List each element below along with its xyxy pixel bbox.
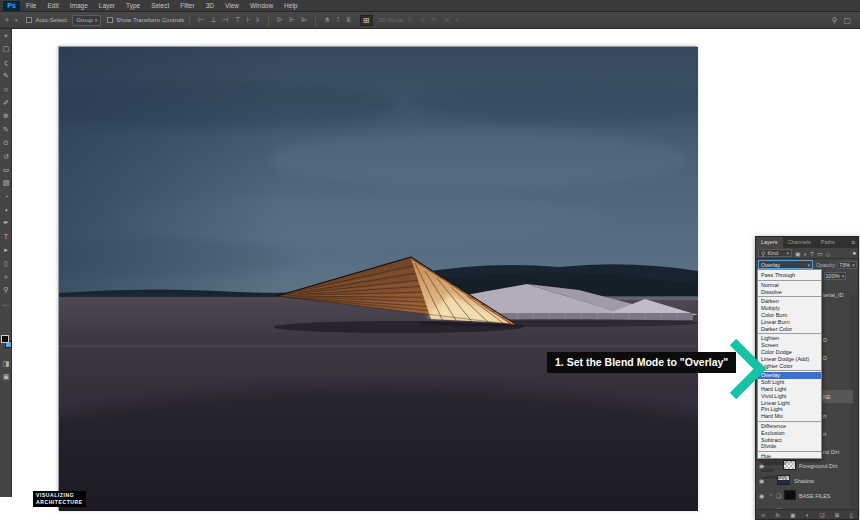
screen-mode-icon[interactable]: ▣ bbox=[0, 370, 12, 383]
quick-select-tool-icon[interactable]: ✎ bbox=[0, 69, 12, 82]
blend-mode-option-darken[interactable]: Darken bbox=[758, 298, 821, 305]
type-filter-icon[interactable]: T bbox=[810, 251, 814, 257]
blend-mode-option-color[interactable]: Color bbox=[758, 467, 821, 474]
menu-image[interactable]: Image bbox=[70, 2, 88, 9]
blend-mode-option-saturation[interactable]: Saturation bbox=[758, 460, 821, 467]
search-icon[interactable]: ⚲ bbox=[832, 16, 838, 25]
blend-mode-option-subtract[interactable]: Subtract bbox=[758, 437, 821, 444]
layer-row-base-files[interactable]: ◉ › ❏ BASE FILES bbox=[756, 488, 858, 503]
tab-layers[interactable]: Layers bbox=[756, 237, 783, 248]
expand-arrow-icon[interactable]: › bbox=[770, 491, 772, 497]
distribute-icon-icon[interactable]: ⊩ bbox=[289, 16, 295, 23]
grid-toggle-icon[interactable]: ⊞ bbox=[360, 15, 373, 26]
align-icon-icon[interactable]: ⊤ bbox=[234, 16, 240, 23]
blend-mode-option-linear-light[interactable]: Linear Light bbox=[758, 400, 821, 407]
eyedropper-tool-icon[interactable]: ✐ bbox=[0, 96, 12, 109]
menu-view[interactable]: View bbox=[225, 2, 239, 9]
show-transform-checkbox[interactable] bbox=[107, 17, 113, 23]
blend-mode-option-linear-burn[interactable]: Linear Burn bbox=[758, 319, 821, 326]
kind-filter-dropdown[interactable]: ⚲ Kind ▾ bbox=[758, 249, 792, 257]
lasso-tool-icon[interactable]: ς bbox=[0, 56, 12, 69]
menu-3d[interactable]: 3D bbox=[206, 2, 214, 9]
layer-mask-icon[interactable]: ▣ bbox=[790, 512, 795, 518]
zoom-tool-icon[interactable]: ⚲ bbox=[0, 283, 12, 296]
distribute-icon-icon[interactable]: ⊫ bbox=[301, 16, 307, 23]
opacity-field[interactable]: 73% ▾ bbox=[837, 261, 857, 269]
align-icon-icon[interactable]: ⊢ bbox=[198, 16, 204, 23]
eraser-tool-icon[interactable]: ▭ bbox=[0, 163, 12, 176]
distribute-icon-icon[interactable]: ⊻ bbox=[346, 16, 351, 23]
adjustment-filter-icon[interactable]: ◐ bbox=[804, 251, 808, 257]
menu-select[interactable]: Select bbox=[151, 2, 169, 9]
tab-channels[interactable]: Channels bbox=[783, 237, 816, 248]
hand-tool-icon[interactable]: ⟡ bbox=[0, 270, 12, 283]
brush-tool-icon[interactable]: ✎ bbox=[0, 123, 12, 136]
new-layer-icon[interactable]: ⊞ bbox=[835, 512, 840, 518]
shape-filter-icon[interactable]: ▭ bbox=[817, 251, 823, 257]
align-icon-icon[interactable]: ⊥ bbox=[210, 16, 216, 23]
filter-toggle-icon[interactable]: ● bbox=[852, 250, 856, 256]
distribute-icon-icon[interactable]: ⊪ bbox=[277, 16, 283, 23]
menu-layer[interactable]: Layer bbox=[99, 2, 115, 9]
color-swatches[interactable] bbox=[1, 335, 12, 351]
blend-mode-dropdown[interactable]: Overlay ▾ bbox=[758, 260, 813, 269]
blend-mode-option-normal[interactable]: Normal bbox=[758, 282, 821, 289]
visibility-eye-icon[interactable]: ◉ bbox=[759, 492, 764, 499]
move-tool-icon[interactable]: ⌖ bbox=[0, 29, 12, 42]
gradient-tool-icon[interactable]: ▨ bbox=[0, 176, 12, 189]
blend-mode-option-pass-through[interactable]: Pass Through bbox=[758, 272, 821, 279]
blend-mode-option-pin-light[interactable]: Pin Light bbox=[758, 406, 821, 413]
shape-tool-icon[interactable]: ▯ bbox=[0, 257, 12, 270]
blend-mode-option-exclusion[interactable]: Exclusion bbox=[758, 430, 821, 437]
link-icon[interactable]: ∞ bbox=[761, 512, 765, 518]
workspace-switcher-icon[interactable]: ▢ bbox=[843, 16, 851, 25]
menu-edit[interactable]: Edit bbox=[47, 2, 58, 9]
panel-menu-icon[interactable]: ≡ bbox=[851, 237, 858, 248]
blur-tool-icon[interactable]: ◔ bbox=[0, 190, 12, 203]
trash-icon[interactable]: ▯ bbox=[850, 512, 853, 518]
type-tool-icon[interactable]: T bbox=[0, 230, 12, 243]
group-folder-icon[interactable]: ❏ bbox=[819, 512, 824, 518]
clone-stamp-tool-icon[interactable]: ⊙ bbox=[0, 136, 12, 149]
menu-filter[interactable]: Filter bbox=[180, 2, 194, 9]
quick-mask-icon[interactable]: ◨ bbox=[0, 357, 12, 370]
blend-mode-option-luminosity[interactable]: Luminosity bbox=[758, 474, 821, 481]
tool-preset-caret[interactable]: ▾ bbox=[15, 17, 18, 23]
dodge-tool-icon[interactable]: ◖ bbox=[0, 203, 12, 216]
auto-select-checkbox[interactable] bbox=[26, 17, 32, 23]
tab-paths[interactable]: Paths bbox=[816, 237, 840, 248]
history-brush-tool-icon[interactable]: ↺ bbox=[0, 150, 12, 163]
blend-mode-option-difference[interactable]: Difference bbox=[758, 423, 821, 430]
distribute-icon-icon[interactable]: ⋔ bbox=[324, 16, 330, 23]
blend-mode-option-multiply[interactable]: Multiply bbox=[758, 305, 821, 312]
crop-tool-icon[interactable]: ⌗ bbox=[0, 83, 12, 96]
blend-mode-option-divide[interactable]: Divide bbox=[758, 443, 821, 450]
align-icon-icon[interactable]: ⊣ bbox=[222, 16, 228, 23]
marquee-tool-icon[interactable]: ▢ bbox=[0, 42, 12, 55]
group-mask-thumbnail[interactable] bbox=[784, 490, 796, 500]
path-select-tool-icon[interactable]: ▸ bbox=[0, 243, 12, 256]
pen-tool-icon[interactable]: ✒ bbox=[0, 216, 12, 229]
fx-icon[interactable]: fx bbox=[775, 512, 779, 518]
align-icon-icon[interactable]: ⊧ bbox=[256, 16, 260, 23]
fill-field[interactable]: 100% ▾ bbox=[824, 272, 847, 280]
pixel-filter-icon[interactable]: ▣ bbox=[795, 251, 801, 257]
group-dropdown[interactable]: Group ▾ bbox=[72, 15, 101, 26]
adjustment-icon[interactable]: ◐ bbox=[806, 512, 809, 518]
smart-object-filter-icon[interactable]: ◇ bbox=[826, 251, 831, 257]
menu-file[interactable]: File bbox=[26, 2, 36, 9]
blend-mode-option-dissolve[interactable]: Dissolve bbox=[758, 289, 821, 296]
align-icon-icon[interactable]: ⊦ bbox=[247, 16, 251, 23]
blend-mode-option-hue[interactable]: Hue bbox=[758, 453, 821, 460]
blend-mode-option-color-burn[interactable]: Color Burn bbox=[758, 312, 821, 319]
menu-window[interactable]: Window bbox=[250, 2, 273, 9]
menu-type[interactable]: Type bbox=[126, 2, 140, 9]
distribute-icon-icon[interactable]: ⊺ bbox=[336, 16, 340, 23]
more-tools-icon[interactable]: … bbox=[0, 297, 12, 310]
healing-tool-icon[interactable]: ⊕ bbox=[0, 109, 12, 122]
blend-mode-option-hard-mix[interactable]: Hard Mix bbox=[758, 413, 821, 420]
blend-mode-option-darker-color[interactable]: Darker Color bbox=[758, 326, 821, 333]
foreground-color-swatch[interactable] bbox=[1, 335, 9, 343]
menu-help[interactable]: Help bbox=[284, 2, 297, 9]
document-canvas[interactable] bbox=[58, 46, 697, 510]
